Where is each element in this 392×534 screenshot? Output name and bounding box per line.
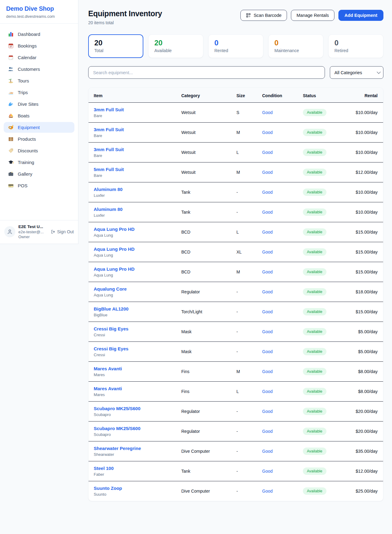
item-name-link[interactable]: Scubapro MK25/S600 (94, 426, 176, 431)
sidebar-item-label: Discounts (18, 148, 38, 153)
item-name-link[interactable]: Scubapro MK25/S600 (94, 406, 176, 411)
sidebar-item-boats[interactable]: Boats (4, 110, 74, 121)
sign-out-button[interactable]: Sign Out (51, 229, 74, 234)
stat-card-available[interactable]: 20Available (148, 34, 203, 58)
item-name-link[interactable]: 3mm Full Suit (94, 127, 176, 132)
sidebar-item-products[interactable]: Products (4, 134, 74, 144)
item-name-link[interactable]: Aluminum 80 (94, 207, 176, 212)
item-brand: BigBlue (94, 313, 176, 317)
sidebar-item-dashboard[interactable]: Dashboard (4, 29, 74, 40)
condition-link[interactable]: Good (262, 369, 273, 374)
condition-link[interactable]: Good (262, 110, 273, 115)
item-name-link[interactable]: Mares Avanti (94, 386, 176, 391)
sidebar-item-training[interactable]: Training (4, 157, 74, 168)
sidebar-item-label: Customers (18, 67, 40, 72)
item-name-link[interactable]: Steel 100 (94, 466, 176, 471)
item-name-link[interactable]: Suunto Zoop (94, 486, 176, 491)
condition-link[interactable]: Good (262, 489, 273, 494)
search-input[interactable] (88, 66, 325, 79)
item-name-link[interactable]: 3mm Full Suit (94, 107, 176, 112)
stat-card-rented[interactable]: 0Rented (208, 34, 263, 58)
size-cell: L (234, 143, 260, 162)
sidebar-item-discounts[interactable]: Discounts (4, 145, 74, 156)
size-cell: - (234, 402, 260, 421)
status-cell: Available (300, 382, 353, 402)
size-cell: - (234, 302, 260, 322)
add-equipment-button[interactable]: Add Equipment (338, 10, 383, 21)
sidebar-item-label: Dive Sites (18, 101, 39, 107)
equipment-table-body: 3mm Full SuitBareWetsuitSGoodAvailable$1… (89, 103, 383, 501)
table-row: Suunto ZoopSuuntoDive Computer-GoodAvail… (89, 481, 383, 501)
item-name-link[interactable]: Shearwater Peregrine (94, 446, 176, 451)
item-name-link[interactable]: Cressi Big Eyes (94, 326, 176, 331)
condition-link[interactable]: Good (262, 170, 273, 175)
condition-link[interactable]: Good (262, 409, 273, 414)
condition-link[interactable]: Good (262, 190, 273, 195)
item-name-link[interactable]: Aqua Lung Pro HD (94, 246, 176, 252)
rental-rate-cell: $10.00/day (353, 103, 383, 123)
condition-link[interactable]: Good (262, 429, 273, 434)
scan-barcode-button[interactable]: Scan Barcode (240, 10, 287, 21)
size-cell: - (234, 282, 260, 302)
condition-link[interactable]: Good (262, 150, 273, 155)
stat-card-total[interactable]: 20Total (88, 34, 143, 58)
sidebar-item-gallery[interactable]: Gallery (4, 169, 74, 179)
condition-link[interactable]: Good (262, 130, 273, 135)
sidebar-item-calendar[interactable]: Calendar (4, 52, 74, 63)
stat-card-retired[interactable]: 0Retired (328, 34, 383, 58)
item-name-link[interactable]: Aqua Lung Pro HD (94, 266, 176, 272)
item-cell: 5mm Full SuitBare (89, 162, 179, 182)
scan-barcode-label: Scan Barcode (254, 13, 281, 18)
item-name-link[interactable]: Aqualung Core (94, 286, 176, 292)
sidebar-item-pos[interactable]: POS (4, 180, 74, 191)
item-brand: Aqua Lung (94, 253, 176, 257)
condition-link[interactable]: Good (262, 250, 273, 254)
condition-link[interactable]: Good (262, 269, 273, 274)
sidebar-item-tours[interactable]: Tours (4, 75, 74, 86)
size-cell: L (234, 222, 260, 242)
condition-link[interactable]: Good (262, 309, 273, 314)
item-name-link[interactable]: 5mm Full Suit (94, 167, 176, 172)
rental-rate-cell: $8.00/day (353, 382, 383, 402)
condition-cell: Good (260, 441, 300, 461)
table-row: Mares AvantiMaresFinsMGoodAvailable$8.00… (89, 362, 383, 382)
table-row: Shearwater PeregrineShearwaterDive Compu… (89, 441, 383, 461)
table-header-row: ItemCategorySizeConditionStatusRental (89, 88, 383, 103)
rental-rate-cell: $15.00/day (353, 262, 383, 282)
item-name-link[interactable]: Mares Avanti (94, 366, 176, 371)
category-cell: Regulator (179, 421, 234, 441)
category-cell: Mask (179, 322, 234, 342)
condition-link[interactable]: Good (262, 210, 273, 215)
category-filter-select[interactable]: All Categories (330, 66, 383, 79)
sidebar-nav: Dashboard17BookingsCalendarCustomersTour… (0, 24, 78, 194)
sidebar-item-customers[interactable]: Customers (4, 64, 74, 74)
item-name-link[interactable]: 3mm Full Suit (94, 147, 176, 152)
condition-link[interactable]: Good (262, 449, 273, 454)
item-cell: Aqua Lung Pro HDAqua Lung (89, 262, 179, 282)
sidebar-item-equipment[interactable]: Equipment (4, 122, 74, 133)
sidebar-item-label: Products (18, 136, 36, 142)
sidebar-item-trips[interactable]: Trips (4, 87, 74, 98)
filters-row: All Categories (88, 66, 383, 79)
item-cell: BigBlue AL1200BigBlue (89, 302, 179, 322)
item-name-link[interactable]: BigBlue AL1200 (94, 306, 176, 311)
item-name-link[interactable]: Aluminum 80 (94, 187, 176, 192)
equipment-table-card: ItemCategorySizeConditionStatusRental 3m… (88, 87, 383, 501)
item-brand: Shearwater (94, 452, 176, 457)
condition-link[interactable]: Good (262, 349, 273, 354)
sidebar-item-bookings[interactable]: 17Bookings (4, 40, 74, 51)
condition-cell: Good (260, 182, 300, 202)
manage-rentals-button[interactable]: Manage Rentals (291, 10, 334, 21)
condition-link[interactable]: Good (262, 469, 273, 474)
stat-card-maintenance[interactable]: 0Maintenance (268, 34, 323, 58)
condition-link[interactable]: Good (262, 329, 273, 334)
item-cell: Scubapro MK25/S600Scubapro (89, 421, 179, 441)
items-total-count: 20 items total (88, 20, 162, 25)
condition-link[interactable]: Good (262, 230, 273, 235)
item-name-link[interactable]: Aqua Lung Pro HD (94, 227, 176, 232)
sidebar-item-dive-sites[interactable]: Dive Sites (4, 99, 74, 109)
sidebar-item-label: Bookings (18, 43, 37, 48)
condition-link[interactable]: Good (262, 289, 273, 294)
condition-link[interactable]: Good (262, 389, 273, 394)
item-name-link[interactable]: Cressi Big Eyes (94, 346, 176, 351)
